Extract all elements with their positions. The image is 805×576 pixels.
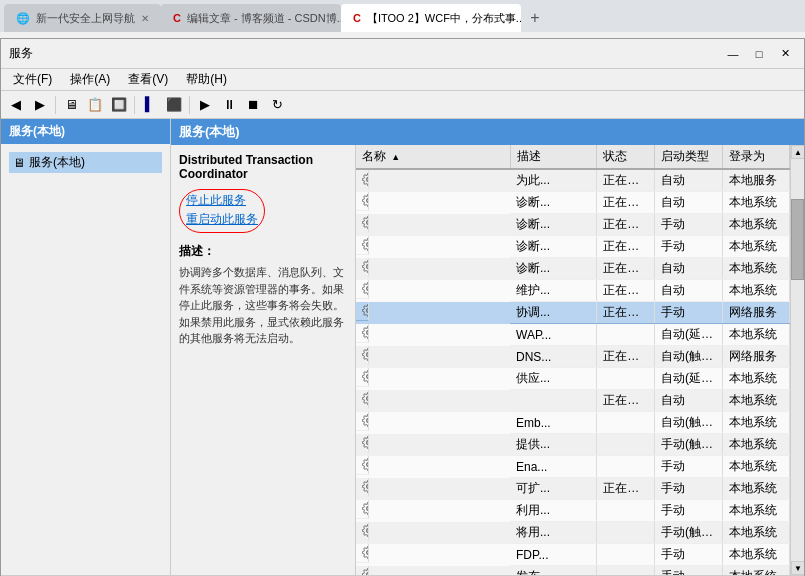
tree-item-label: 服务(本地) xyxy=(29,154,85,171)
cell-desc: 维护... xyxy=(510,280,597,302)
table-row[interactable]: Downloaded Maps Man... 供应... 自动(延迟... 本地… xyxy=(356,368,790,390)
toolbar-btn2[interactable]: 📋 xyxy=(84,94,106,116)
sort-arrow: ▲ xyxy=(391,152,400,162)
cell-status: 正在运行 xyxy=(597,236,655,258)
cell-start: 手动(触发... xyxy=(654,522,722,544)
cell-status xyxy=(597,522,655,544)
show-console-button[interactable]: 🖥 xyxy=(60,94,82,116)
cell-start: 手动 xyxy=(654,544,722,566)
table-row[interactable]: DNS Client DNS... 正在运行 自动(触发... 网络服务 xyxy=(356,346,790,368)
tab-icon: 🌐 xyxy=(16,12,30,25)
minimize-button[interactable]: — xyxy=(722,43,744,65)
pause-button[interactable]: ⏸ xyxy=(218,94,240,116)
toolbar-btn3[interactable]: 🔲 xyxy=(108,94,130,116)
col-header-status[interactable]: 状态 xyxy=(597,145,655,169)
cell-name: Enterprise App Manage... xyxy=(356,456,369,475)
cell-start: 自动 xyxy=(654,390,722,412)
tree-item-local[interactable]: 🖥 服务(本地) xyxy=(9,152,162,173)
cell-desc: FDP... xyxy=(510,544,597,566)
tab-edit[interactable]: C 编辑文章 - 博客频道 - CSDN博... ✕ xyxy=(161,4,341,32)
restart-button[interactable]: ↻ xyxy=(266,94,288,116)
stop-button[interactable]: ⏹ xyxy=(242,94,264,116)
tab-navigation[interactable]: 🌐 新一代安全上网导航 ✕ xyxy=(4,4,161,32)
table-row[interactable]: File History Service 将用... 手动(触发... 本地系统 xyxy=(356,522,790,544)
window-titlebar: 服务 — □ ✕ xyxy=(1,39,804,69)
cell-status: 正在运行 xyxy=(597,280,655,302)
restart-service-link[interactable]: 重启动此服务 xyxy=(186,211,258,228)
cell-login: 本地系统 xyxy=(722,544,789,566)
cell-start: 手动 xyxy=(654,302,722,324)
right-panel-header: 服务(本地) xyxy=(171,119,804,145)
menu-action[interactable]: 操作(A) xyxy=(62,69,118,90)
scroll-track[interactable] xyxy=(791,159,804,561)
col-header-desc[interactable]: 描述 xyxy=(510,145,597,169)
right-panel: 服务(本地) Distributed TransactionCoordinato… xyxy=(171,119,804,575)
toolbar-btn4[interactable]: ▍ xyxy=(139,94,161,116)
cell-name: Diagnostic Policy Service xyxy=(356,192,369,211)
vertical-scrollbar[interactable]: ▲ ▼ xyxy=(790,145,804,575)
window-controls: — □ ✕ xyxy=(722,43,796,65)
scroll-thumb[interactable] xyxy=(791,199,804,279)
new-tab-button[interactable]: + xyxy=(521,4,549,32)
table-row[interactable]: DHCP Client 为此... 正在运行 自动 本地服务 xyxy=(356,169,790,192)
toolbar-btn5[interactable]: ⬛ xyxy=(163,94,185,116)
play-button[interactable]: ▶ xyxy=(194,94,216,116)
left-panel-body: 🖥 服务(本地) xyxy=(1,144,170,181)
table-row[interactable]: Diagnostic System Host 诊断... 正在运行 手动 本地系… xyxy=(356,236,790,258)
cell-login: 网络服务 xyxy=(722,302,789,324)
cell-status: 正在运行 xyxy=(597,390,655,412)
table-row[interactable]: Fax 利用... 手动 本地系统 xyxy=(356,500,790,522)
menu-help[interactable]: 帮助(H) xyxy=(178,69,235,90)
cell-start: 手动 xyxy=(654,478,722,500)
menu-view[interactable]: 查看(V) xyxy=(120,69,176,90)
back-button[interactable]: ◀ xyxy=(5,94,27,116)
cell-login: 本地系统 xyxy=(722,522,789,544)
table-row[interactable]: Enterprise App Manage... Ena... 手动 本地系统 xyxy=(356,456,790,478)
cell-name: Fax xyxy=(356,500,369,519)
cell-desc: 为此... xyxy=(510,169,597,192)
left-panel: 服务(本地) 🖥 服务(本地) xyxy=(1,119,171,575)
tab-close-btn[interactable]: ✕ xyxy=(141,13,149,24)
tab-label: 【ITOO 2】WCF中，分布式事... xyxy=(367,11,521,26)
cell-name: DHCP Client xyxy=(356,170,369,189)
menu-file[interactable]: 文件(F) xyxy=(5,69,60,90)
services-table-wrap[interactable]: 名称 ▲ 描述 状态 启动类型 登录为 xyxy=(356,145,790,575)
cell-login: 本地系统 xyxy=(722,324,789,346)
description-panel: Distributed TransactionCoordinator 停止此服务… xyxy=(171,145,356,575)
cell-start: 手动(触发... xyxy=(654,434,722,456)
table-row[interactable]: embeddedmode Emb... 自动(触发... 本地系统 xyxy=(356,412,790,434)
table-row[interactable]: Distributed Transaction C... 协调... 正在运行 … xyxy=(356,302,790,324)
maximize-button[interactable]: □ xyxy=(748,43,770,65)
tab-icon: C xyxy=(173,12,181,24)
table-row[interactable]: Function Discovery Reso... 发布... 手动 本地系统 xyxy=(356,566,790,576)
table-row[interactable]: dmwappushsvc WAP... 自动(延迟... 本地系统 xyxy=(356,324,790,346)
tab-wcf[interactable]: C 【ITOO 2】WCF中，分布式事... ✕ xyxy=(341,4,521,32)
cell-name: Elan Service xyxy=(356,390,369,409)
cell-status xyxy=(597,500,655,522)
table-row[interactable]: Function Discovery Provi... FDP... 手动 本地… xyxy=(356,544,790,566)
desc-text: 协调跨多个数据库、消息队列、文件系统等资源管理器的事务。如果停止此服务，这些事务… xyxy=(179,264,347,347)
col-header-name[interactable]: 名称 ▲ xyxy=(356,145,510,169)
table-row[interactable]: Extensible Authenticaton... 可扩... 正在运行 手… xyxy=(356,478,790,500)
scroll-up-arrow[interactable]: ▲ xyxy=(791,145,804,159)
services-table: 名称 ▲ 描述 状态 启动类型 登录为 xyxy=(356,145,790,575)
cell-login: 本地系统 xyxy=(722,192,789,214)
stop-service-link[interactable]: 停止此服务 xyxy=(186,192,258,209)
col-header-start[interactable]: 启动类型 xyxy=(654,145,722,169)
toolbar-separator3 xyxy=(189,96,190,114)
col-header-login[interactable]: 登录为 xyxy=(722,145,789,169)
table-row[interactable]: Encrypting File System (E... 提供... 手动(触发… xyxy=(356,434,790,456)
close-button[interactable]: ✕ xyxy=(774,43,796,65)
forward-button[interactable]: ▶ xyxy=(29,94,51,116)
table-row[interactable]: Distributed Link Tracking... 维护... 正在运行 … xyxy=(356,280,790,302)
table-row[interactable]: Diagnostic Service Host 诊断... 正在运行 手动 本地… xyxy=(356,214,790,236)
cell-name: Extensible Authenticaton... xyxy=(356,478,369,497)
cell-start: 自动(延迟... xyxy=(654,368,722,390)
tab-icon: C xyxy=(353,12,361,24)
table-row[interactable]: Diagnostics Tracking Ser... 诊断... 正在运行 自… xyxy=(356,258,790,280)
toolbar-separator2 xyxy=(134,96,135,114)
table-row[interactable]: Diagnostic Policy Service 诊断... 正在运行 自动 … xyxy=(356,192,790,214)
scroll-down-arrow[interactable]: ▼ xyxy=(791,561,804,575)
table-row[interactable]: Elan Service 正在运行 自动 本地系统 xyxy=(356,390,790,412)
cell-login: 本地系统 xyxy=(722,390,789,412)
